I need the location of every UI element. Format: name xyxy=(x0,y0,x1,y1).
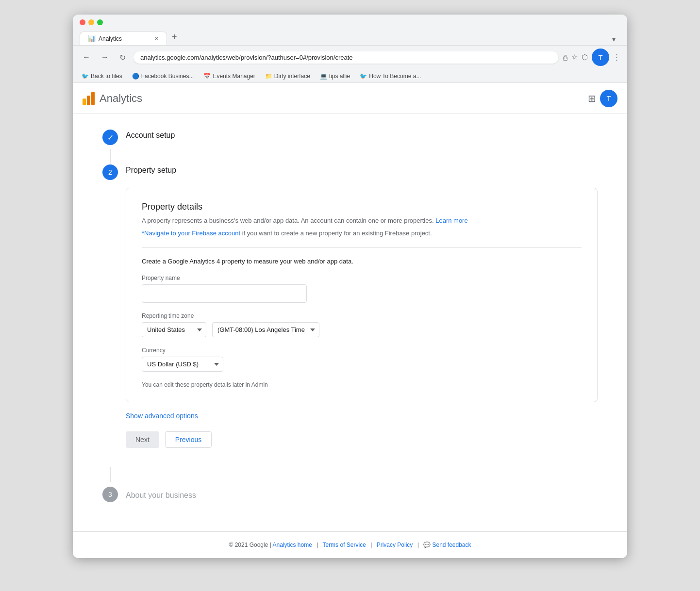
property-name-input[interactable] xyxy=(142,284,307,303)
next-button[interactable]: Next xyxy=(126,431,159,448)
step1-indicator: ✓ xyxy=(102,130,118,145)
close-button[interactable] xyxy=(80,19,85,25)
terms-service-link[interactable]: Terms of Service xyxy=(322,542,366,548)
maximize-button[interactable] xyxy=(97,19,103,25)
step3-number: 3 xyxy=(108,491,112,498)
analytics-logo: Analytics xyxy=(83,92,142,105)
active-tab[interactable]: 📊 Analytics ✕ xyxy=(80,32,167,45)
timezone-group: Reporting time zone United States Canada… xyxy=(142,312,582,337)
bookmark-icon-w: 🐦 xyxy=(82,73,89,80)
bookmark-icon-di: 📁 xyxy=(265,73,272,80)
property-name-label: Property name xyxy=(142,275,582,281)
bookmarks-bar: 🐦 Back to files 🔵 Facebook Busines... 📅 … xyxy=(73,70,627,83)
card-title: Property details xyxy=(142,202,582,212)
step2-number: 2 xyxy=(108,168,112,176)
logo-bars-icon xyxy=(83,92,95,105)
forward-button[interactable]: → xyxy=(98,52,112,63)
bookmark-label: tips allie xyxy=(329,73,350,80)
extensions-icon[interactable]: ⬡ xyxy=(582,53,588,62)
logo-bar-2 xyxy=(87,96,90,105)
previous-button[interactable]: Previous xyxy=(165,431,212,448)
step3-indicator: 3 xyxy=(102,487,118,502)
bookmark-events-manager[interactable]: 📅 Events Manager xyxy=(201,72,257,81)
bookmark-icon[interactable]: ☆ xyxy=(571,53,578,62)
currency-group: Currency US Dollar (USD $) Euro (EUR €) … xyxy=(142,347,582,372)
step2-label: Property setup xyxy=(126,164,176,175)
ga4-description: Create a Google Analytics 4 property to … xyxy=(142,258,582,265)
analytics-home-link[interactable]: Analytics home xyxy=(272,542,312,548)
step2-indicator: 2 xyxy=(102,164,118,180)
footer-sep1: | xyxy=(317,542,318,548)
address-bar[interactable] xyxy=(133,51,558,64)
bookmark-icon-fb: 🔵 xyxy=(132,73,139,80)
step2-connector xyxy=(110,467,111,482)
minimize-button[interactable] xyxy=(88,19,94,25)
back-button[interactable]: ← xyxy=(80,52,93,63)
timezone-row: United States Canada United Kingdom (GMT… xyxy=(142,322,582,337)
apps-grid-icon[interactable]: ⊞ xyxy=(584,89,600,108)
firebase-link-text: *Navigate to your Firebase account if yo… xyxy=(142,229,582,238)
bookmark-label: Events Manager xyxy=(213,73,255,80)
step1-connector xyxy=(110,149,111,164)
bookmark-label: Dirty interface xyxy=(274,73,310,80)
bookmark-facebook[interactable]: 🔵 Facebook Busines... xyxy=(130,72,196,81)
card-description: A property represents a business's web a… xyxy=(142,216,582,226)
privacy-policy-link[interactable]: Privacy Policy xyxy=(377,542,413,548)
bookmark-icon-em: 📅 xyxy=(203,73,211,80)
timezone-select[interactable]: (GMT-08:00) Los Angeles Time (GMT-05:00)… xyxy=(212,322,319,337)
currency-select[interactable]: US Dollar (USD $) Euro (EUR €) British P… xyxy=(142,357,223,372)
bookmark-label: Facebook Busines... xyxy=(141,73,194,80)
step1-label: Account setup xyxy=(126,129,175,140)
footer-sep2: | xyxy=(370,542,372,548)
reload-button[interactable]: ↻ xyxy=(117,52,129,63)
logo-bar-1 xyxy=(83,98,86,105)
bookmark-icon-ta: 💻 xyxy=(320,73,327,80)
currency-label: Currency xyxy=(142,347,582,354)
analytics-title: Analytics xyxy=(100,92,142,105)
analytics-nav: Analytics ⊞ T xyxy=(73,83,627,114)
action-buttons: Next Previous xyxy=(126,431,598,448)
user-avatar[interactable]: T xyxy=(600,90,617,107)
property-name-group: Property name xyxy=(142,275,582,303)
page-footer: © 2021 Google | Analytics home | Terms o… xyxy=(73,531,627,558)
tab-title: Analytics xyxy=(99,35,122,42)
menu-icon[interactable]: ⋮ xyxy=(613,53,620,62)
bookmark-icon-htb: 🐦 xyxy=(360,73,367,80)
country-select[interactable]: United States Canada United Kingdom xyxy=(142,322,206,337)
show-advanced-link[interactable]: Show advanced options xyxy=(126,412,198,420)
step2-row: 2 Property setup xyxy=(102,164,598,180)
send-feedback-link[interactable]: Send feedback xyxy=(432,542,471,548)
bookmark-back-to-files[interactable]: 🐦 Back to files xyxy=(80,72,124,81)
firebase-link[interactable]: *Navigate to your Firebase account xyxy=(142,230,240,237)
step3-row: 3 About your business xyxy=(102,486,598,502)
step3-label: About your business xyxy=(126,489,196,500)
bookmark-how-to-become[interactable]: 🐦 How To Become a... xyxy=(358,72,423,81)
check-icon: ✓ xyxy=(107,133,114,142)
profile-icon[interactable]: T xyxy=(592,49,609,66)
logo-bar-3 xyxy=(91,92,95,105)
bookmark-label: Back to files xyxy=(91,73,122,80)
footer-sep3: | xyxy=(417,542,419,548)
edit-note: You can edit these property details late… xyxy=(142,381,582,388)
bookmark-tips-allie[interactable]: 💻 tips allie xyxy=(318,72,352,81)
tab-favicon: 📊 xyxy=(88,35,96,42)
setup-container: ✓ Account setup 2 Property setup Propert… xyxy=(93,114,607,531)
step1-row: ✓ Account setup xyxy=(102,129,598,145)
tab-close-button[interactable]: ✕ xyxy=(154,35,159,42)
bookmark-label: How To Become a... xyxy=(369,73,421,80)
card-divider xyxy=(142,247,582,248)
tab-menu-button[interactable]: ▾ xyxy=(607,33,620,45)
share-icon[interactable]: ⎙ xyxy=(563,53,567,62)
copyright: © 2021 Google | xyxy=(229,542,271,548)
property-card: Property details A property represents a… xyxy=(126,188,598,402)
send-feedback-icon: 💬 xyxy=(423,542,431,548)
timezone-label: Reporting time zone xyxy=(142,312,582,319)
new-tab-button[interactable]: + xyxy=(167,29,182,45)
bookmark-dirty-interface[interactable]: 📁 Dirty interface xyxy=(263,72,312,81)
learn-more-link[interactable]: Learn more xyxy=(435,217,467,224)
